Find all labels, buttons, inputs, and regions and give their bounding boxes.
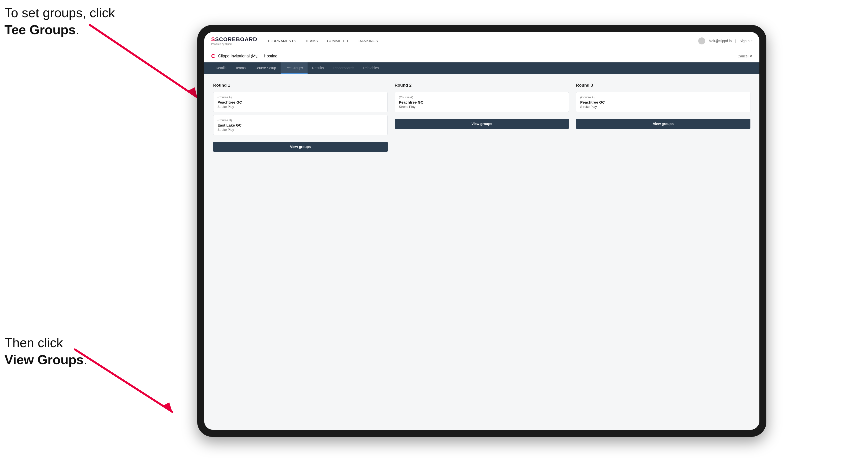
round-3-course-a-label: (Course A) — [580, 96, 746, 99]
svg-marker-3 — [162, 402, 172, 412]
instruction-top-line1: To set groups, click — [4, 5, 115, 20]
nav-rankings[interactable]: RANKINGS — [359, 39, 378, 43]
round-2-view-groups-button[interactable]: View groups — [395, 119, 569, 129]
round-1-course-b-label: (Course B) — [217, 119, 383, 122]
round-1-course-b-card: (Course B) East Lake GC Stroke Play — [213, 115, 388, 135]
round-2-column: Round 2 (Course A) Peachtree GC Stroke P… — [395, 83, 569, 152]
main-content: Round 1 (Course A) Peachtree GC Stroke P… — [204, 74, 760, 430]
round-3-view-groups-button[interactable]: View groups — [576, 119, 750, 129]
user-avatar — [698, 37, 705, 44]
tab-tee-groups[interactable]: Tee Groups — [281, 62, 308, 74]
tournament-name: Clippd Invitational (My... · Hosting — [218, 54, 738, 58]
tab-leaderboards[interactable]: Leaderboards — [328, 62, 359, 74]
nav-links: TOURNAMENTS TEAMS COMMITTEE RANKINGS — [267, 39, 698, 43]
round-3-column: Round 3 (Course A) Peachtree GC Stroke P… — [576, 83, 750, 152]
round-3-course-a-name: Peachtree GC — [580, 100, 746, 104]
svg-line-2 — [75, 349, 172, 412]
nav-tournaments[interactable]: TOURNAMENTS — [267, 39, 296, 43]
round-2-course-a-type: Stroke Play — [399, 105, 565, 108]
sign-out-link[interactable]: Sign out — [740, 39, 752, 43]
round-2-course-a-label: (Course A) — [399, 96, 565, 99]
arrow-view-groups — [60, 344, 197, 424]
round-3-course-a-type: Stroke Play — [580, 105, 746, 108]
tablet-screen: SSCOREBOARD Powered by clippd TOURNAMENT… — [204, 32, 760, 430]
round-3-course-a-card: (Course A) Peachtree GC Stroke Play — [576, 92, 750, 112]
nav-committee[interactable]: COMMITTEE — [327, 39, 349, 43]
round-2-title: Round 2 — [395, 83, 569, 88]
round-3-title: Round 3 — [576, 83, 750, 88]
logo-sub: Powered by clippd — [211, 43, 257, 45]
tab-course-setup[interactable]: Course Setup — [250, 62, 281, 74]
top-nav: SSCOREBOARD Powered by clippd TOURNAMENT… — [204, 32, 760, 50]
round-1-course-b-type: Stroke Play — [217, 128, 383, 131]
round-1-course-b-name: East Lake GC — [217, 123, 383, 127]
round-1-course-a-name: Peachtree GC — [217, 100, 383, 104]
nav-teams[interactable]: TEAMS — [305, 39, 318, 43]
round-1-title: Round 1 — [213, 83, 388, 88]
tab-details[interactable]: Details — [211, 62, 231, 74]
round-2-course-a-card: (Course A) Peachtree GC Stroke Play — [395, 92, 569, 112]
tab-bar: Details Teams Course Setup Tee Groups Re… — [204, 62, 760, 74]
tab-printables[interactable]: Printables — [359, 62, 383, 74]
round-1-column: Round 1 (Course A) Peachtree GC Stroke P… — [213, 83, 388, 152]
rounds-container: Round 1 (Course A) Peachtree GC Stroke P… — [213, 83, 750, 152]
round-1-course-a-label: (Course A) — [217, 96, 383, 99]
tab-teams[interactable]: Teams — [231, 62, 250, 74]
tournament-logo: C — [211, 53, 215, 59]
instruction-bottom-line1: Then click — [4, 336, 63, 350]
round-1-course-a-type: Stroke Play — [217, 105, 383, 108]
cancel-button[interactable]: Cancel ✕ — [738, 54, 752, 58]
tablet-device: SSCOREBOARD Powered by clippd TOURNAMENT… — [197, 25, 766, 437]
round-2-course-a-name: Peachtree GC — [399, 100, 565, 104]
nav-right: blair@clippd.io | Sign out — [698, 37, 752, 44]
user-email: blair@clippd.io — [709, 39, 732, 43]
round-1-course-a-card: (Course A) Peachtree GC Stroke Play — [213, 92, 388, 112]
instruction-top-bold: Tee Groups — [4, 23, 75, 37]
svg-line-0 — [90, 25, 197, 97]
round-1-view-groups-button[interactable]: View groups — [213, 142, 388, 152]
tournament-header: C Clippd Invitational (My... · Hosting C… — [204, 50, 760, 62]
logo-area: SSCOREBOARD Powered by clippd — [211, 36, 257, 45]
logo-text: SSCOREBOARD — [211, 36, 257, 43]
tab-results[interactable]: Results — [308, 62, 328, 74]
